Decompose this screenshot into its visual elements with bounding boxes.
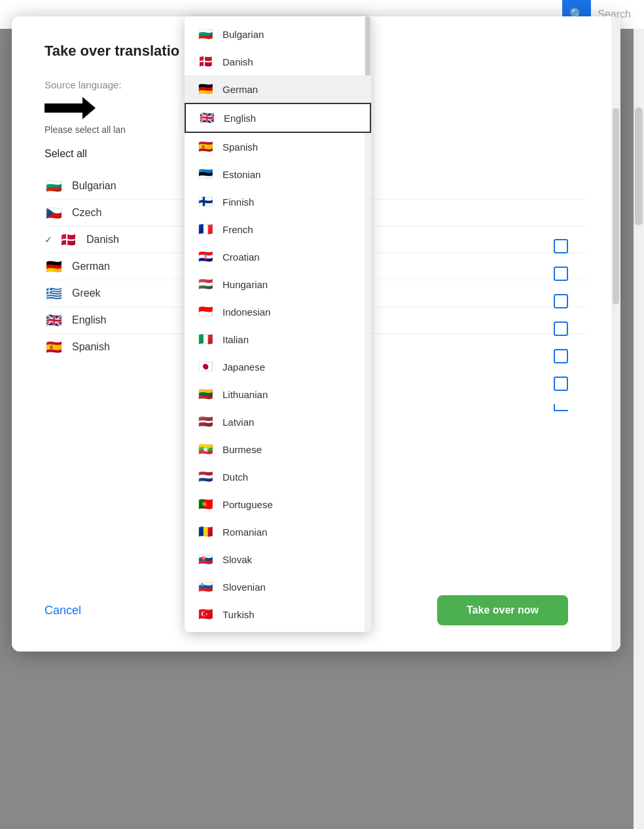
select-all-label: Select all <box>45 148 87 159</box>
checkbox[interactable] <box>554 239 568 253</box>
lang-name: Czech <box>72 207 101 219</box>
dropdown-item-label: Danish <box>223 56 253 67</box>
checkmark-icon: ✓ <box>45 234 52 245</box>
dropdown-item-english[interactable]: 🇬🇧 English <box>185 103 371 133</box>
dropdown-item-label: Bulgarian <box>223 29 264 40</box>
lang-name: Bulgarian <box>72 180 116 192</box>
lang-name: Spanish <box>72 341 110 353</box>
flag-icon: 🇬🇷 <box>45 287 63 300</box>
dropdown-list: 🇧🇬 Bulgarian 🇩🇰 Danish 🇩🇪 German 🇬🇧 Engl… <box>185 16 371 632</box>
dropdown-item-label: Japanese <box>223 361 265 373</box>
dropdown-item[interactable]: 🇫🇮 Finnish <box>185 188 371 215</box>
flag-icon: 🇸🇮 <box>196 580 215 593</box>
flag-icon: 🇳🇱 <box>196 470 215 483</box>
flag-icon: 🇩🇪 <box>45 260 63 273</box>
dropdown-item-label: Burmese <box>223 444 262 455</box>
dropdown-item-label: Romanian <box>223 526 267 538</box>
flag-icon: 🇩🇪 <box>196 83 215 96</box>
flag-icon: 🇵🇹 <box>196 498 215 511</box>
dropdown-item[interactable]: 🇭🇺 Hungarian <box>185 270 371 298</box>
flag-icon: 🇫🇷 <box>196 223 215 236</box>
dropdown-item[interactable]: 🇪🇪 Estonian <box>185 160 371 188</box>
take-over-button[interactable]: Take over now <box>437 595 568 625</box>
flag-icon: 🇭🇺 <box>196 278 215 291</box>
dropdown-item[interactable]: 🇫🇷 French <box>185 215 371 243</box>
checkbox-column <box>554 239 568 411</box>
flag-icon: 🇱🇻 <box>196 415 215 428</box>
language-dropdown[interactable]: 🇧🇬 Bulgarian 🇩🇰 Danish 🇩🇪 German 🇬🇧 Engl… <box>185 16 371 632</box>
flag-icon: 🇯🇵 <box>196 360 215 373</box>
flag-icon: 🇮🇩 <box>196 305 215 318</box>
source-language-label: Source language: <box>45 79 122 90</box>
flag-icon: 🇲🇲 <box>196 443 215 456</box>
dropdown-item-label: Dutch <box>223 471 248 483</box>
flag-icon: 🇧🇬 <box>45 179 63 193</box>
flag-icon: 🇫🇮 <box>196 195 215 208</box>
checkbox-partial[interactable] <box>554 404 568 411</box>
dropdown-item-label: Lithuanian <box>223 389 268 400</box>
dropdown-item-label: English <box>224 113 256 124</box>
dropdown-item[interactable]: 🇲🇲 Burmese <box>185 435 371 463</box>
checkbox[interactable] <box>554 349 568 363</box>
dropdown-item-label: Latvian <box>223 416 254 428</box>
dropdown-item-label: Slovenian <box>223 581 266 593</box>
checkbox[interactable] <box>554 294 568 308</box>
modal-scrollbar-thumb <box>613 108 619 304</box>
flag-icon: 🇷🇴 <box>196 525 215 538</box>
dropdown-item[interactable]: 🇮🇩 Indonesian <box>185 298 371 325</box>
dropdown-item[interactable]: 🇸🇮 Slovenian <box>185 573 371 600</box>
modal-scrollbar[interactable] <box>611 16 620 652</box>
dropdown-item[interactable]: 🇱🇹 Lithuanian <box>185 380 371 408</box>
dropdown-item[interactable]: 🇯🇵 Japanese <box>185 353 371 380</box>
dropdown-item-label: Slovak <box>223 554 252 565</box>
flag-icon: 🇮🇹 <box>196 333 215 346</box>
dropdown-item[interactable]: 🇪🇸 Spanish <box>185 133 371 160</box>
flag-icon: 🇬🇧 <box>45 314 63 327</box>
dropdown-item[interactable]: 🇵🇹 Portuguese <box>185 490 371 518</box>
dropdown-item-label: Portuguese <box>223 499 273 510</box>
dropdown-item-label: Hungarian <box>223 279 268 290</box>
checkbox[interactable] <box>554 377 568 391</box>
dropdown-item-label: Spanish <box>223 141 258 153</box>
lang-name: German <box>72 261 110 272</box>
background-scrollbar[interactable] <box>634 29 644 829</box>
dropdown-item-label: Italian <box>223 334 249 345</box>
flag-icon: 🇹🇷 <box>196 608 215 621</box>
flag-icon: 🇬🇧 <box>198 111 216 124</box>
dropdown-item[interactable]: 🇮🇹 Italian <box>185 325 371 353</box>
dropdown-item[interactable]: 🇭🇷 Croatian <box>185 243 371 270</box>
lang-name: Greek <box>72 287 101 299</box>
lang-name: Danish <box>86 234 119 246</box>
dropdown-item[interactable]: 🇳🇱 Dutch <box>185 463 371 490</box>
flag-icon: 🇪🇪 <box>196 168 215 181</box>
dropdown-item-label: Finnish <box>223 196 254 208</box>
flag-icon: 🇭🇷 <box>196 250 215 263</box>
flag-icon: 🇩🇰 <box>59 233 77 246</box>
dropdown-item-label: French <box>223 224 253 235</box>
checkbox[interactable] <box>554 322 568 336</box>
flag-icon: 🇩🇰 <box>196 55 215 68</box>
flag-icon: 🇪🇸 <box>196 140 215 153</box>
dropdown-item[interactable]: 🇩🇰 Danish <box>185 48 371 75</box>
dropdown-item-label: Turkish <box>223 609 255 620</box>
dropdown-item[interactable]: 🇱🇻 Latvian <box>185 408 371 435</box>
dropdown-item-german[interactable]: 🇩🇪 German <box>185 75 371 103</box>
lang-name: English <box>72 314 106 326</box>
pointer-arrow <box>45 103 84 113</box>
dropdown-item-label: Indonesian <box>223 306 270 318</box>
dropdown-item-label: German <box>223 84 258 95</box>
flag-icon: 🇨🇿 <box>45 206 63 219</box>
flag-icon: 🇸🇰 <box>196 553 215 566</box>
background-scrollbar-thumb <box>635 107 643 225</box>
dropdown-item[interactable]: 🇧🇬 Bulgarian <box>185 20 371 48</box>
flag-icon: 🇱🇹 <box>196 388 215 401</box>
dropdown-item-label: Croatian <box>223 251 260 263</box>
checkbox[interactable] <box>554 267 568 281</box>
dropdown-item[interactable]: 🇹🇷 Turkish <box>185 600 371 628</box>
flag-icon: 🇪🇸 <box>45 341 63 354</box>
cancel-button[interactable]: Cancel <box>45 604 81 617</box>
dropdown-item[interactable]: 🇸🇰 Slovak <box>185 545 371 573</box>
dropdown-item[interactable]: 🇷🇴 Romanian <box>185 518 371 545</box>
flag-icon: 🇧🇬 <box>196 28 215 41</box>
dropdown-item-label: Estonian <box>223 169 260 180</box>
